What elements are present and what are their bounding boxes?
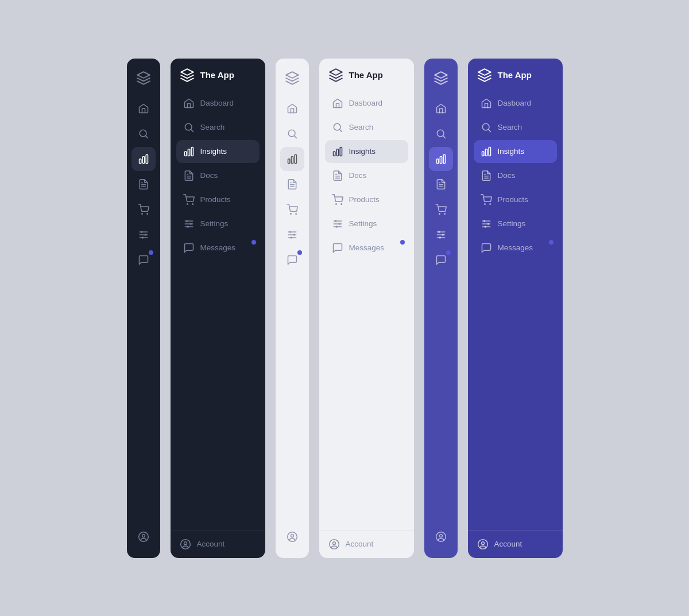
nav-label-docs-white: Docs <box>349 171 367 180</box>
nav-label-docs-dark: Docs <box>200 171 218 180</box>
nav-docs-white-collapsed[interactable] <box>280 172 304 196</box>
nav-products-white-collapsed[interactable] <box>280 197 304 222</box>
nav-dashboard-dark-collapsed[interactable] <box>131 96 156 121</box>
nav-label-products-dark: Products <box>200 195 231 204</box>
sidebar-purple-collapsed <box>424 59 458 558</box>
nav-settings-dark[interactable]: Settings <box>176 212 260 235</box>
nav-insights-dark[interactable]: Insights <box>176 140 260 163</box>
nav-dashboard-white-collapsed[interactable] <box>280 96 304 121</box>
nav-messages-purple[interactable]: Messages <box>474 237 557 259</box>
logo-row-purple: The App <box>468 68 563 92</box>
nav-messages-dark-collapsed[interactable] <box>131 248 156 272</box>
nav-insights-dark-collapsed[interactable] <box>131 147 156 171</box>
nav-search-white[interactable]: Search <box>325 116 408 139</box>
nav-items-purple-collapsed <box>424 96 458 525</box>
nav-list-white: Dasboard Search Insights Docs Products S… <box>319 92 414 530</box>
app-name-dark: The App <box>200 70 234 80</box>
sidebar-dark-expanded: The App Dasboard Search Insights Docs Pr… <box>171 59 265 558</box>
nav-search-purple-collapsed[interactable] <box>429 122 453 146</box>
nav-label-settings-dark: Settings <box>200 219 229 228</box>
logo-row-white: The App <box>319 68 414 92</box>
messages-badge-white-expanded <box>400 240 405 245</box>
nav-insights-white-collapsed[interactable] <box>280 147 304 171</box>
nav-insights-white[interactable]: Insights <box>325 140 408 163</box>
nav-dashboard-dark[interactable]: Dasboard <box>176 92 260 115</box>
nav-dashboard-purple-collapsed[interactable] <box>429 96 453 121</box>
account-label-white: Account <box>346 540 374 548</box>
nav-label-insights-white: Insights <box>349 147 376 156</box>
account-label-purple: Account <box>494 540 522 548</box>
account-purple-expanded[interactable]: Account <box>468 530 563 558</box>
nav-search-dark[interactable]: Search <box>176 116 260 139</box>
nav-label-insights-purple: Insights <box>498 147 525 156</box>
nav-items-dark-collapsed <box>127 96 160 525</box>
nav-settings-purple-collapsed[interactable] <box>429 223 453 247</box>
nav-docs-dark-collapsed[interactable] <box>131 172 156 196</box>
account-label-dark: Account <box>197 540 225 548</box>
sidebar-white-expanded: The App Dasboard Search Insights Docs Pr… <box>319 59 414 558</box>
sidebar-purple-expanded: The App Dasboard Search Insights Docs Pr… <box>468 59 563 558</box>
sidebar-white-collapsed <box>276 59 309 558</box>
nav-products-dark-collapsed[interactable] <box>131 197 156 222</box>
nav-messages-white-collapsed[interactable] <box>280 248 304 272</box>
logo-purple-collapsed <box>431 68 451 88</box>
nav-label-settings-purple: Settings <box>498 219 526 228</box>
nav-dashboard-white[interactable]: Dasboard <box>325 92 408 115</box>
nav-label-messages-dark: Messages <box>200 243 236 252</box>
nav-label-dashboard-white: Dasboard <box>349 99 383 107</box>
messages-badge-dark-expanded <box>251 240 256 245</box>
nav-settings-white-collapsed[interactable] <box>280 223 304 247</box>
logo-dark-collapsed <box>133 68 154 88</box>
messages-badge-purple-expanded <box>549 240 553 245</box>
nav-label-messages-white: Messages <box>349 243 385 252</box>
nav-items-white-collapsed <box>276 96 309 525</box>
nav-docs-purple-collapsed[interactable] <box>429 172 453 196</box>
nav-label-dashboard-purple: Dasboard <box>498 99 532 107</box>
nav-settings-white[interactable]: Settings <box>325 212 408 235</box>
nav-label-settings-white: Settings <box>349 219 377 228</box>
account-white-collapsed[interactable] <box>280 525 304 549</box>
sidebars-container: The App Dasboard Search Insights Docs Pr… <box>115 36 574 581</box>
nav-products-dark[interactable]: Products <box>176 188 260 211</box>
app-name-purple: The App <box>498 70 532 80</box>
account-dark-collapsed[interactable] <box>131 525 156 549</box>
logo-white-collapsed <box>282 68 303 88</box>
app-name-white: The App <box>349 70 383 80</box>
nav-label-messages-purple: Messages <box>498 243 533 252</box>
nav-label-search-white: Search <box>349 123 374 131</box>
nav-docs-purple[interactable]: Docs <box>474 164 557 187</box>
nav-settings-dark-collapsed[interactable] <box>131 223 156 247</box>
messages-badge-purple <box>446 250 451 255</box>
nav-products-purple[interactable]: Products <box>474 188 557 211</box>
nav-label-products-purple: Products <box>498 195 528 204</box>
account-white-expanded[interactable]: Account <box>319 530 414 558</box>
nav-label-dashboard-dark: Dasboard <box>200 99 234 107</box>
nav-search-dark-collapsed[interactable] <box>131 122 156 146</box>
nav-search-purple[interactable]: Search <box>474 116 557 139</box>
nav-docs-dark[interactable]: Docs <box>176 164 260 187</box>
nav-label-products-white: Products <box>349 195 380 204</box>
nav-dashboard-purple[interactable]: Dasboard <box>474 92 557 115</box>
nav-products-white[interactable]: Products <box>325 188 408 211</box>
nav-label-search-dark: Search <box>200 123 225 131</box>
nav-label-insights-dark: Insights <box>200 147 227 156</box>
nav-label-search-purple: Search <box>498 123 522 131</box>
logo-row-dark: The App <box>171 68 265 92</box>
messages-badge-white <box>297 250 302 255</box>
nav-messages-dark[interactable]: Messages <box>176 237 260 259</box>
nav-label-docs-purple: Docs <box>498 171 516 180</box>
nav-list-dark: Dasboard Search Insights Docs Products S… <box>171 92 265 530</box>
nav-messages-purple-collapsed[interactable] <box>429 248 453 272</box>
nav-search-white-collapsed[interactable] <box>280 122 304 146</box>
nav-messages-white[interactable]: Messages <box>325 237 408 259</box>
nav-settings-purple[interactable]: Settings <box>474 212 557 235</box>
nav-docs-white[interactable]: Docs <box>325 164 408 187</box>
messages-badge-dark <box>149 250 153 255</box>
nav-insights-purple-collapsed[interactable] <box>429 147 453 171</box>
nav-products-purple-collapsed[interactable] <box>429 197 453 222</box>
account-purple-collapsed[interactable] <box>429 525 453 549</box>
account-dark-expanded[interactable]: Account <box>171 530 265 558</box>
sidebar-dark-collapsed <box>127 59 160 558</box>
nav-insights-purple[interactable]: Insights <box>474 140 557 163</box>
nav-list-purple: Dasboard Search Insights Docs Products S… <box>468 92 563 530</box>
